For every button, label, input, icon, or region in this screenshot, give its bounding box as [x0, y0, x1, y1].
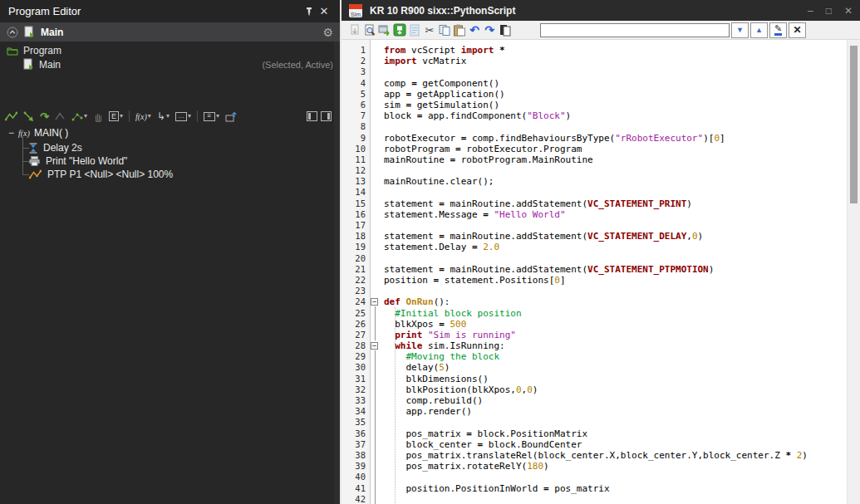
undo-icon[interactable]: ↶ [467, 23, 482, 37]
code-text: statement.Delay = 2.0 [381, 242, 499, 252]
sync-touchup-icon[interactable] [225, 111, 237, 122]
paste-icon[interactable] [452, 23, 467, 37]
grab-icon[interactable] [93, 111, 103, 122]
copy-icon[interactable] [437, 23, 452, 37]
fold-margin [370, 330, 381, 340]
code-line: 15statement = mainRoutine.addStatement(V… [342, 198, 848, 209]
chevron-down-icon: ▾ [188, 113, 191, 120]
code-line: 11mainRoutine = robotProgram.MainRoutine [342, 154, 848, 165]
maximize-button[interactable]: □ [826, 6, 832, 16]
clear-search-button[interactable]: ✕ [789, 22, 806, 38]
code-text [381, 253, 384, 264]
main-routine-header[interactable]: Main ⚙ [0, 22, 340, 42]
line-number: 5 [342, 89, 370, 100]
check-code-icon[interactable] [362, 23, 377, 37]
tree-item-label: Main [39, 59, 61, 71]
lin-motion-icon[interactable] [23, 111, 34, 122]
panel-scroll-strip[interactable] [334, 42, 340, 504]
code-line: 8 [342, 121, 848, 132]
code-line: 23 [342, 286, 848, 296]
circular-motion-icon[interactable]: ↷ [40, 111, 49, 122]
fold-margin [370, 231, 381, 242]
fold-margin [370, 121, 381, 132]
ptp-motion-icon[interactable] [5, 111, 17, 121]
code-text [381, 66, 384, 77]
save-script-icon[interactable] [392, 23, 407, 37]
apply-script-icon[interactable] [377, 23, 392, 37]
code-text: blkXpos = 500 [381, 319, 466, 330]
code-text [381, 286, 384, 296]
toggle-left-panel-icon[interactable] [307, 111, 317, 121]
code-text: block = app.findComponent("Block") [381, 110, 571, 121]
tree-item-program[interactable]: Program [0, 43, 340, 57]
code-line: 33 comp.rebuild() [342, 395, 848, 406]
line-number: 24 [342, 296, 370, 307]
statement-delay[interactable]: Delay 2s [29, 141, 82, 154]
script-window-titlebar[interactable]: Sim KR 10 R900 sixx::PythonScript – □ ✕ [342, 0, 860, 21]
code-line: 9robotExecutor = comp.findBehavioursByTy… [342, 133, 848, 144]
tree-item-main[interactable]: Main (Selected, Active) [0, 57, 340, 71]
function-statement-icon[interactable]: f(x) ▾ [135, 112, 151, 121]
path-statement-icon[interactable] [55, 111, 66, 121]
action-statement-icon[interactable]: E ▾ [109, 111, 123, 121]
code-text: mainRoutine = robotProgram.MainRoutine [381, 154, 593, 165]
statement-label: Print "Hello World" [46, 155, 127, 167]
scrollbar-thumb[interactable] [850, 46, 858, 203]
toggle-right-panel-icon[interactable] [321, 111, 332, 121]
waypoint-icon[interactable]: ▾ [71, 111, 87, 121]
fold-margin [370, 45, 381, 56]
delay-icon [29, 143, 37, 154]
minimize-button[interactable]: – [808, 6, 813, 16]
line-number: 35 [342, 417, 370, 428]
code-text: from vcScript import * [381, 45, 505, 56]
fold-margin [370, 319, 381, 330]
cut-icon[interactable]: ✂ [422, 23, 437, 37]
fold-margin [370, 154, 381, 165]
line-number: 39 [342, 461, 370, 472]
jump-statement-icon[interactable]: ↳ ▾ [157, 111, 170, 121]
code-line: 42 [342, 494, 848, 504]
highlight-all-button[interactable]: ✎ [769, 22, 787, 38]
routine-name: MAIN( ) [34, 127, 68, 139]
toolbar-separator [197, 110, 198, 122]
find-next-button[interactable]: ▼ [731, 22, 749, 38]
import-script-icon[interactable] [347, 23, 362, 37]
code-text: blkDimensions() [381, 374, 489, 384]
line-number: 36 [342, 428, 370, 439]
fold-margin [370, 100, 381, 110]
pin-icon[interactable] [302, 4, 317, 19]
routine-main-node[interactable]: − f(x) MAIN( ) [8, 126, 68, 139]
line-number: 30 [342, 362, 370, 373]
dialog-statement-icon[interactable]: … ▾ [175, 112, 191, 121]
line-number: 33 [342, 395, 370, 406]
e-box-glyph: E [109, 111, 119, 121]
line-number: 27 [342, 330, 370, 340]
code-editor[interactable]: 1from vcScript import *2import vcMatrix3… [342, 40, 860, 504]
find-previous-button[interactable]: ▲ [750, 22, 768, 38]
code-line: 28− while sim.IsRunning: [342, 340, 848, 351]
code-line: 21statement = mainRoutine.addStatement(V… [342, 264, 848, 275]
tree-connector [22, 174, 29, 175]
search-input[interactable] [540, 23, 730, 37]
select-all-icon[interactable] [497, 23, 512, 37]
code-line: 37 block_center = block.BoundCenter [342, 439, 848, 450]
collapse-minus-icon[interactable]: − [8, 128, 14, 138]
tree-connector [22, 161, 29, 162]
fold-toggle[interactable]: − [370, 296, 381, 307]
panel-statement-icon[interactable]: ≡ ▾ [204, 112, 219, 121]
line-number: 4 [342, 78, 370, 89]
close-panel-icon[interactable]: ✕ [317, 4, 332, 19]
fold-margin [370, 110, 381, 121]
close-button[interactable]: ✕ [844, 6, 853, 16]
editor-scrollbar[interactable] [847, 40, 860, 504]
statement-ptp[interactable]: PTP P1 <Null> <Null> 100% [29, 168, 173, 181]
gear-icon[interactable]: ⚙ [322, 27, 333, 38]
fold-toggle[interactable]: − [370, 340, 381, 351]
fold-collapse-icon[interactable]: − [371, 342, 378, 350]
statement-print[interactable]: Print "Hello World" [29, 154, 127, 168]
collapse-chevron-icon[interactable] [7, 27, 18, 38]
fold-collapse-icon[interactable]: − [371, 298, 378, 306]
print-preview-icon[interactable] [407, 23, 422, 37]
line-number: 1 [342, 45, 370, 56]
redo-icon[interactable]: ↷ [482, 23, 497, 37]
